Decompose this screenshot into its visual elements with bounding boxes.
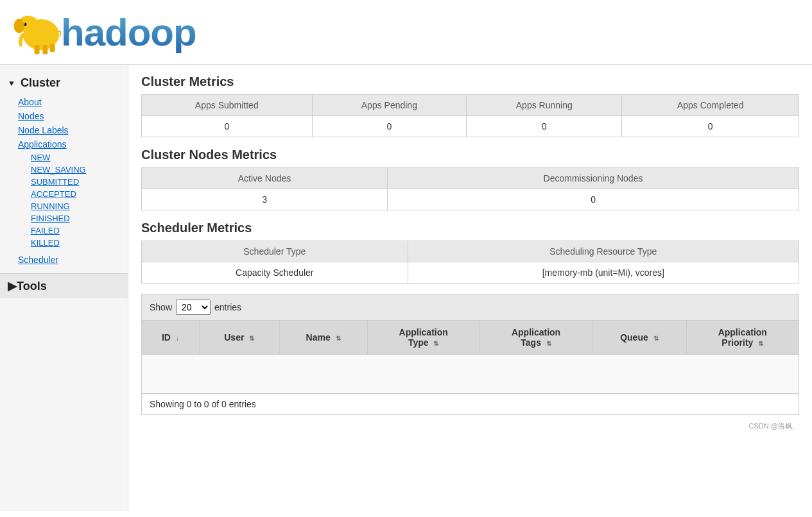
layout: ▼ Cluster About Nodes Node Labels Applic… (0, 65, 812, 511)
col-decommissioning-nodes: Decommissioning Nodes (388, 168, 799, 189)
val-apps-completed: 0 (622, 116, 799, 137)
cluster-nav: About Nodes Node Labels Applications NEW… (0, 95, 128, 267)
val-decommissioning-nodes: 0 (388, 189, 799, 210)
tools-label: Tools (17, 280, 47, 293)
val-apps-submitted: 0 (142, 116, 313, 137)
val-apps-pending: 0 (312, 116, 467, 137)
val-active-nodes: 3 (142, 189, 388, 210)
col-scheduling-resource-type: Scheduling Resource Type (408, 241, 799, 262)
queue-sort-icon: ⇅ (653, 335, 659, 342)
main-content: Cluster Metrics Apps Submitted Apps Pend… (128, 65, 812, 511)
cluster-label: Cluster (21, 76, 60, 90)
sidebar: ▼ Cluster About Nodes Node Labels Applic… (0, 65, 128, 511)
col-apps-submitted: Apps Submitted (142, 95, 313, 116)
sidebar-item-failed[interactable]: FAILED (26, 225, 128, 237)
sidebar-item-finished[interactable]: FINISHED (26, 212, 128, 225)
col-scheduler-type: Scheduler Type (142, 241, 408, 262)
empty-row (142, 355, 799, 394)
hadoop-logo-text: hadoop (61, 10, 196, 55)
scheduler-metrics-title: Scheduler Metrics (141, 221, 799, 235)
tools-arrow-icon: ▶ (8, 279, 17, 293)
app-type-sort-icon: ⇅ (433, 340, 438, 347)
sidebar-item-killed[interactable]: KILLED (26, 237, 128, 249)
cluster-metrics-table: Apps Submitted Apps Pending Apps Running… (141, 94, 799, 137)
header: hadoop (0, 0, 812, 65)
entries-select[interactable]: 10 20 50 100 (176, 300, 211, 315)
svg-rect-7 (50, 44, 55, 52)
name-sort-icon: ⇅ (336, 335, 341, 342)
tools-section-header[interactable]: ▶ Tools (0, 273, 128, 298)
col-application-tags[interactable]: ApplicationTags ⇅ (479, 321, 592, 355)
col-apps-pending: Apps Pending (312, 95, 467, 116)
sidebar-item-running[interactable]: RUNNING (26, 200, 128, 212)
hadoop-elephant-icon (13, 6, 64, 58)
apps-table-body (142, 355, 799, 394)
app-priority-sort-icon: ⇅ (758, 340, 763, 347)
sidebar-item-node-labels[interactable]: Node Labels (13, 123, 128, 137)
sidebar-item-nodes[interactable]: Nodes (13, 109, 128, 123)
sidebar-item-submitted[interactable]: SUBMITTED (26, 176, 128, 188)
cluster-metrics-title: Cluster Metrics (141, 74, 799, 89)
col-application-type[interactable]: ApplicationType ⇅ (367, 321, 479, 355)
show-label: Show (150, 302, 172, 312)
col-user[interactable]: User ⇅ (199, 321, 279, 355)
sidebar-item-accepted[interactable]: ACCEPTED (26, 188, 128, 200)
col-name[interactable]: Name ⇅ (279, 321, 367, 355)
cluster-nodes-metrics-table: Active Nodes Decommissioning Nodes 3 0 (141, 167, 799, 210)
app-subnav: NEW NEW_SAVING SUBMITTED ACCEPTED RUNNIN… (13, 151, 128, 249)
col-apps-running: Apps Running (467, 95, 622, 116)
col-id[interactable]: ID ↓ (142, 321, 200, 355)
svg-point-3 (24, 23, 27, 26)
sidebar-item-new-saving[interactable]: NEW_SAVING (26, 164, 128, 176)
id-sort-icon: ↓ (176, 335, 179, 342)
col-application-priority[interactable]: ApplicationPriority ⇅ (686, 321, 799, 355)
sidebar-item-about[interactable]: About (13, 95, 128, 109)
svg-point-4 (24, 23, 26, 24)
sidebar-item-scheduler[interactable]: Scheduler (13, 253, 128, 267)
val-scheduling-resource-type: [memory-mb (unit=Mi), vcores] (408, 262, 799, 284)
sidebar-item-new[interactable]: NEW (26, 151, 128, 164)
cluster-arrow-icon: ▼ (8, 79, 15, 88)
scheduler-metrics-table: Scheduler Type Scheduling Resource Type … (141, 241, 799, 284)
entries-label: entries (214, 302, 241, 312)
sidebar-item-applications[interactable]: Applications (13, 137, 128, 151)
col-queue[interactable]: Queue ⇅ (592, 321, 686, 355)
show-entries-bar: Show 10 20 50 100 entries (141, 294, 799, 320)
user-sort-icon: ⇅ (249, 335, 254, 342)
svg-point-2 (14, 19, 24, 33)
hadoop-logo: hadoop (13, 6, 196, 58)
svg-rect-6 (42, 45, 48, 54)
svg-rect-5 (35, 45, 40, 54)
footer-text: CSDN @洛枫、 (141, 421, 799, 431)
col-apps-completed: Apps Completed (622, 95, 799, 116)
apps-table: ID ↓ User ⇅ Name ⇅ ApplicationType ⇅ App… (141, 320, 799, 394)
app-tags-sort-icon: ⇅ (546, 340, 551, 347)
col-active-nodes: Active Nodes (142, 168, 388, 189)
showing-info: Showing 0 to 0 of 0 entries (141, 394, 799, 415)
cluster-nodes-metrics-title: Cluster Nodes Metrics (141, 148, 799, 162)
val-apps-running: 0 (467, 116, 622, 137)
cluster-section-header[interactable]: ▼ Cluster (0, 71, 128, 95)
val-scheduler-type: Capacity Scheduler (142, 262, 408, 284)
